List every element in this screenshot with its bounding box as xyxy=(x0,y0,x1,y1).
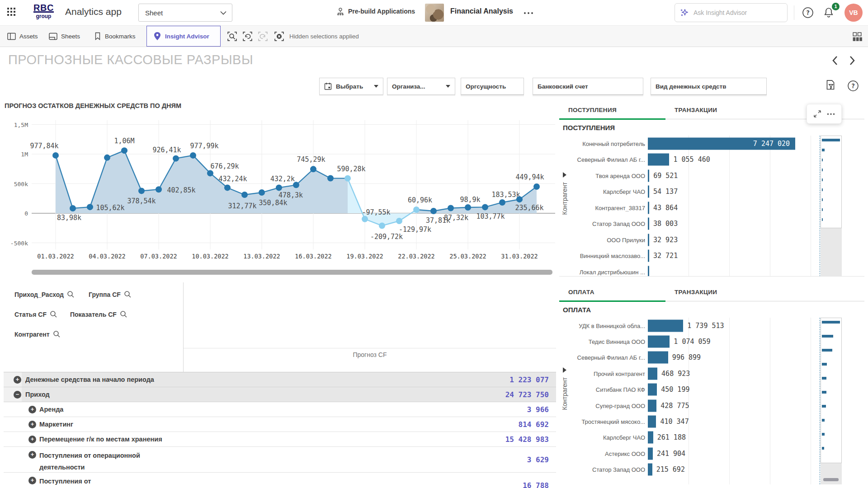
bar-row[interactable]: Супер-гранд ООО428 775 xyxy=(559,398,819,413)
redo-selection-icon[interactable] xyxy=(257,30,269,42)
selections-tool-icon[interactable] xyxy=(825,80,836,94)
bar[interactable] xyxy=(648,336,670,348)
insight-advisor-search[interactable] xyxy=(675,3,788,22)
expand-row-icon[interactable]: + xyxy=(28,421,36,428)
data-point[interactable] xyxy=(241,192,248,198)
data-point[interactable] xyxy=(310,166,316,172)
bar-row[interactable]: Карлсберг ЧАО261 188 xyxy=(559,430,819,446)
bar[interactable] xyxy=(648,432,653,444)
expand-row-icon[interactable]: + xyxy=(28,436,36,443)
bar[interactable] xyxy=(648,169,649,182)
pivot-field-pokazatel-cf[interactable]: Показатель CF xyxy=(70,310,127,318)
data-point[interactable] xyxy=(121,147,127,154)
search-input[interactable] xyxy=(693,9,775,16)
next-sheet-arrow[interactable] xyxy=(848,55,856,68)
toolbar-item-bookmarks[interactable]: Bookmarks xyxy=(94,26,136,47)
pivot-row[interactable]: +Маркетинг814 692 xyxy=(4,417,556,432)
data-point[interactable] xyxy=(396,218,402,224)
bar-row[interactable]: Ситибанк ПАО КФ450 199 xyxy=(559,382,819,398)
data-point[interactable] xyxy=(482,204,488,210)
pivot-row[interactable]: +Денежные средства на начало периода1 22… xyxy=(4,372,556,387)
data-point[interactable] xyxy=(104,155,110,161)
toolbar-item-sheets[interactable]: Sheets xyxy=(49,26,80,47)
data-point[interactable] xyxy=(207,170,213,176)
organization-filter-button[interactable]: Организа... xyxy=(387,78,455,95)
data-point[interactable] xyxy=(156,186,162,192)
pivot-field-prihod-rashod[interactable]: Приход_Расход xyxy=(14,291,75,298)
bar[interactable] xyxy=(648,367,657,380)
bar[interactable] xyxy=(648,319,683,332)
data-point[interactable] xyxy=(87,204,93,210)
listbox-bank-account[interactable]: Банковский счет xyxy=(533,78,643,95)
bar[interactable] xyxy=(648,399,656,412)
data-point[interactable] xyxy=(327,175,334,181)
data-point[interactable] xyxy=(448,205,454,211)
bar-row[interactable]: Винницкий маслозаво...32 721 xyxy=(559,248,819,264)
data-point[interactable] xyxy=(224,184,231,191)
expand-row-icon[interactable]: + xyxy=(28,451,36,459)
help-icon[interactable]: ? xyxy=(802,7,814,20)
bar-row[interactable]: Локал дистрибьюшин ... xyxy=(559,264,819,277)
bar[interactable] xyxy=(648,447,653,460)
bar-row[interactable]: Статор Запад ООО215 692 xyxy=(559,462,819,478)
search-selections-icon[interactable] xyxy=(226,30,238,42)
clear-selections-icon[interactable] xyxy=(273,30,285,42)
data-point[interactable] xyxy=(516,196,523,202)
horizontal-scrollbar[interactable] xyxy=(32,270,552,275)
bar[interactable] xyxy=(648,250,649,262)
bar-row[interactable]: Контрагент_3831743 864 xyxy=(559,200,819,216)
app-launcher-icon[interactable] xyxy=(7,8,17,18)
bar-row[interactable]: Северный Филиал АБ г...996 899 xyxy=(559,350,819,366)
bar-row[interactable]: Тростянецкий мясоко...410 347 xyxy=(559,413,819,429)
sheet-selector[interactable]: Sheet xyxy=(138,4,232,22)
bar[interactable] xyxy=(648,416,656,428)
bar-row[interactable]: Астерикс ООО241 904 xyxy=(559,446,819,461)
undo-selection-icon[interactable] xyxy=(241,30,254,42)
bar[interactable] xyxy=(648,352,668,364)
data-point[interactable] xyxy=(362,216,368,222)
bar-row[interactable]: ООО Прилуки32 923 xyxy=(559,232,819,248)
bar-row[interactable]: Конечный потребитель7 247 020 xyxy=(559,136,819,152)
data-point[interactable] xyxy=(259,189,265,196)
data-point[interactable] xyxy=(276,184,282,191)
pivot-row[interactable]: +Аренда3 966 xyxy=(4,402,556,417)
bar-row[interactable]: Прочий контрагент468 923 xyxy=(559,366,819,381)
avatar[interactable]: VB xyxy=(844,4,863,22)
bar-row[interactable]: Статор Запад ООО38 003 xyxy=(559,216,819,232)
pivot-row[interactable]: −Приход24 723 750 xyxy=(4,387,556,402)
bar[interactable] xyxy=(648,234,649,246)
prebuild-applications-link[interactable]: Pre-build Applications xyxy=(336,7,415,15)
bar[interactable] xyxy=(648,202,649,214)
data-point[interactable] xyxy=(190,152,196,159)
bar-row[interactable]: Карлсберг ЧАО54 137 xyxy=(559,184,819,200)
data-point[interactable] xyxy=(70,205,76,211)
expand-dimension-icon[interactable] xyxy=(563,172,566,178)
pivot-row[interactable]: +Перемещение г/к по местам хранения15 42… xyxy=(4,432,556,447)
bar[interactable] xyxy=(648,186,649,198)
expand-dimension-icon[interactable] xyxy=(563,367,566,373)
chart-minimap[interactable] xyxy=(820,318,842,484)
sheet-grid-icon[interactable] xyxy=(852,31,864,43)
data-point[interactable] xyxy=(533,183,540,190)
expand-row-icon[interactable]: + xyxy=(14,376,21,384)
prev-sheet-arrow[interactable] xyxy=(831,55,839,68)
bar[interactable] xyxy=(648,218,649,230)
pivot-field-kontragent[interactable]: Контрагент xyxy=(14,330,61,338)
help-icon[interactable]: ? xyxy=(847,80,859,94)
date-filter-button[interactable]: Выбрать xyxy=(319,78,383,95)
pivot-field-gruppa-cf[interactable]: Группа CF xyxy=(89,291,132,298)
collapse-row-icon[interactable]: − xyxy=(14,391,21,399)
chart-minimap[interactable] xyxy=(820,136,842,277)
bar-row[interactable]: Северный Филиал АБ г...1 055 460 xyxy=(559,152,819,168)
pivot-row[interactable]: +Поступления от предоставления услуг16 7… xyxy=(4,473,556,488)
pivot-field-statya-cf[interactable]: Статья CF xyxy=(14,310,57,318)
data-point[interactable] xyxy=(499,199,505,206)
data-point[interactable] xyxy=(344,175,351,182)
bar-row[interactable]: УДК в Винницкой обла...1 739 513 xyxy=(559,318,819,333)
bar-row[interactable]: Твоя аренда ООО69 521 xyxy=(559,168,819,184)
bar[interactable] xyxy=(648,464,652,476)
bar[interactable] xyxy=(648,266,649,277)
expand-row-icon[interactable]: + xyxy=(28,477,36,484)
app-thumbnail[interactable] xyxy=(425,4,444,22)
bar[interactable] xyxy=(648,384,657,396)
